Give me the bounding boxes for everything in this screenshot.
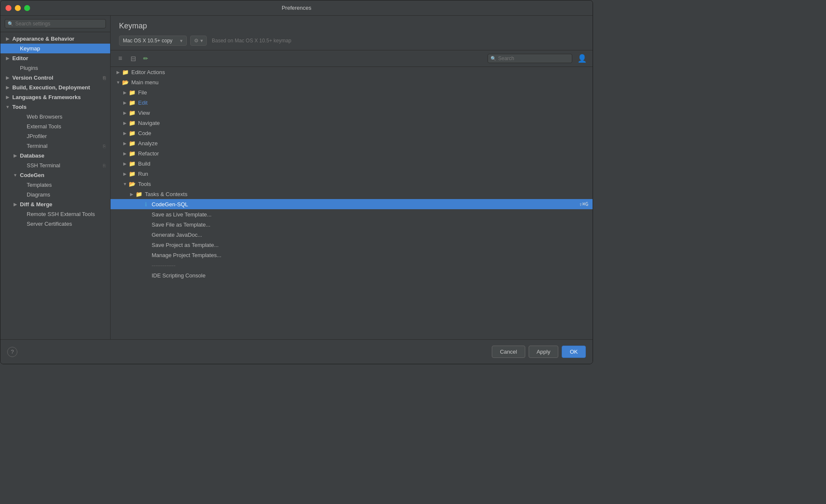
tree-item-main-menu[interactable]: ▼ 📂 Main menu	[111, 77, 593, 87]
gear-dropdown-arrow: ▾	[200, 38, 203, 44]
arrow-lang: ▶	[5, 94, 11, 100]
apply-button[interactable]: Apply	[529, 346, 559, 358]
tree-item-run[interactable]: ▶ 📁 Run	[111, 169, 593, 179]
tree-item-code[interactable]: ▶ 📁 Code	[111, 128, 593, 138]
toolbar-search-icon: 🔍	[491, 56, 496, 61]
keymap-gear-button[interactable]: ⚙ ▾	[190, 36, 207, 46]
toolbar-search-input[interactable]	[488, 54, 572, 63]
sidebar-item-remote-ssh[interactable]: Remote SSH External Tools	[0, 209, 110, 219]
close-button[interactable]	[6, 5, 11, 11]
tree-item-file[interactable]: ▶ 📁 File	[111, 87, 593, 97]
tree-item-codegen-sql[interactable]: ℹ CodeGen-SQL ⇧⌘G	[111, 199, 593, 209]
tree-item-view[interactable]: ▶ 📁 View	[111, 108, 593, 118]
sidebar-label-ssh: SSH Terminal	[27, 162, 60, 169]
minimize-button[interactable]	[15, 5, 21, 11]
folder-icon-build: 📁	[128, 160, 136, 167]
expand-all-icon: ≡	[118, 55, 122, 62]
gear-icon: ⚙	[194, 38, 199, 44]
sidebar-search-input[interactable]	[5, 19, 106, 28]
sidebar-item-server-certs[interactable]: Server Certificates	[0, 219, 110, 229]
arrow-save-project	[135, 241, 142, 248]
tree-item-build[interactable]: ▶ 📁 Build	[111, 158, 593, 169]
tree-label-file: File	[138, 89, 588, 96]
main-panel: Keymap Mac OS X 10.5+ copy Mac OS X 10.5…	[111, 16, 593, 339]
sidebar-label-editor: Editor	[12, 55, 28, 61]
edit-icon: ✏	[143, 55, 148, 62]
tree-item-save-live-template[interactable]: Save as Live Template...	[111, 209, 593, 219]
sidebar-item-tools[interactable]: ▼ Tools	[0, 102, 110, 112]
tree-item-analyze[interactable]: ▶ 📁 Analyze	[111, 138, 593, 148]
tree-item-edit[interactable]: ▶ 📁 Edit	[111, 97, 593, 108]
save-live-icon	[142, 211, 150, 218]
arrow-view: ▶	[122, 109, 128, 116]
sidebar-item-codegen[interactable]: ▼ CodeGen	[0, 170, 110, 180]
javadoc-icon	[142, 231, 150, 238]
sidebar-label-templates: Templates	[27, 182, 52, 188]
sidebar-item-diff-merge[interactable]: ▶ Diff & Merge	[0, 199, 110, 209]
tree-item-ide-scripting[interactable]: IDE Scripting Console	[111, 270, 593, 280]
cancel-button[interactable]: Cancel	[492, 346, 525, 358]
arrow-main-menu: ▼	[115, 79, 122, 86]
arrow-file: ▶	[122, 89, 128, 96]
sidebar-item-external-tools[interactable]: External Tools	[0, 122, 110, 131]
sep-icon	[142, 262, 150, 269]
folder-icon-file: 📁	[128, 89, 136, 96]
expand-all-button[interactable]: ≡	[115, 53, 126, 64]
sidebar-item-jprofiler[interactable]: JProfiler	[0, 131, 110, 141]
sidebar-item-plugins[interactable]: Plugins	[0, 63, 110, 73]
tree-item-save-file-template[interactable]: Save File as Template...	[111, 219, 593, 230]
arrow-editor: ▶	[5, 55, 11, 61]
ide-scripting-icon	[142, 272, 150, 279]
tree-item-generate-javadoc[interactable]: Generate JavaDoc...	[111, 230, 593, 240]
folder-icon-tasks: 📁	[135, 191, 143, 197]
sidebar-item-build[interactable]: ▶ Build, Execution, Deployment	[0, 83, 110, 92]
arrow-build: ▶	[5, 85, 11, 91]
toolbar-search-wrap: 🔍	[488, 54, 572, 63]
sidebar-item-languages[interactable]: ▶ Languages & Frameworks	[0, 92, 110, 102]
tree-label-refactor: Refactor	[138, 150, 588, 157]
sidebar-item-templates[interactable]: Templates	[0, 180, 110, 190]
sidebar: 🔍 ▶ Appearance & Behavior Keymap ▶ Edito…	[0, 16, 111, 339]
arrow-diagrams	[19, 192, 25, 198]
sidebar-list: ▶ Appearance & Behavior Keymap ▶ Editor …	[0, 32, 110, 339]
person-button[interactable]: 👤	[576, 53, 588, 64]
sidebar-item-ssh-terminal[interactable]: SSH Terminal ⎘	[0, 161, 110, 170]
tree-item-save-project-template[interactable]: Save Project as Template...	[111, 240, 593, 250]
tree-item-navigate[interactable]: ▶ 📁 Navigate	[111, 118, 593, 128]
window-controls[interactable]	[6, 5, 30, 11]
ok-button[interactable]: OK	[562, 346, 586, 358]
sidebar-item-version-control[interactable]: ▶ Version Control ⎘	[0, 73, 110, 83]
arrow-save-live	[135, 211, 142, 218]
maximize-button[interactable]	[24, 5, 30, 11]
arrow-codegen: ▼	[12, 172, 18, 178]
tree-label-save-project: Save Project as Template...	[152, 242, 588, 248]
manage-project-icon	[142, 252, 150, 258]
folder-icon-navigate: 📁	[128, 119, 136, 126]
arrow-build-menu: ▶	[122, 160, 128, 167]
folder-icon-analyze: 📁	[128, 140, 136, 147]
tree-item-tools-menu[interactable]: ▼ 📂 Tools	[111, 179, 593, 189]
edit-button[interactable]: ✏	[140, 53, 151, 64]
collapse-all-button[interactable]: ⊟	[128, 53, 139, 64]
arrow-run: ▶	[122, 170, 128, 177]
arrow-ssh	[19, 163, 25, 169]
sidebar-item-keymap[interactable]: Keymap	[0, 44, 110, 53]
sidebar-search-wrap: 🔍	[5, 19, 106, 28]
based-on-text: Based on Mac OS X 10.5+ keymap	[212, 38, 291, 44]
sidebar-item-diagrams[interactable]: Diagrams	[0, 190, 110, 199]
sidebar-item-terminal[interactable]: Terminal ⎘	[0, 141, 110, 151]
sidebar-item-database[interactable]: ▶ Database	[0, 151, 110, 161]
sidebar-item-appearance[interactable]: ▶ Appearance & Behavior	[0, 34, 110, 44]
sidebar-item-editor[interactable]: ▶ Editor	[0, 53, 110, 63]
arrow-refactor: ▶	[122, 150, 128, 157]
tree-item-tasks-contexts[interactable]: ▶ 📁 Tasks & Contexts	[111, 189, 593, 199]
tree-label-build: Build	[138, 161, 588, 167]
tree-item-refactor[interactable]: ▶ 📁 Refactor	[111, 148, 593, 158]
keymap-dropdown[interactable]: Mac OS X 10.5+ copy Mac OS X 10.5+ Defau…	[119, 36, 187, 46]
arrow-vc: ▶	[5, 75, 11, 81]
sidebar-search-icon: 🔍	[8, 21, 14, 27]
tree-item-manage-project-templates[interactable]: Manage Project Templates...	[111, 250, 593, 260]
tree-item-editor-actions[interactable]: ▶ 📁 Editor Actions	[111, 67, 593, 77]
sidebar-item-web-browsers[interactable]: Web Browsers	[0, 112, 110, 122]
help-button[interactable]: ?	[7, 347, 17, 357]
